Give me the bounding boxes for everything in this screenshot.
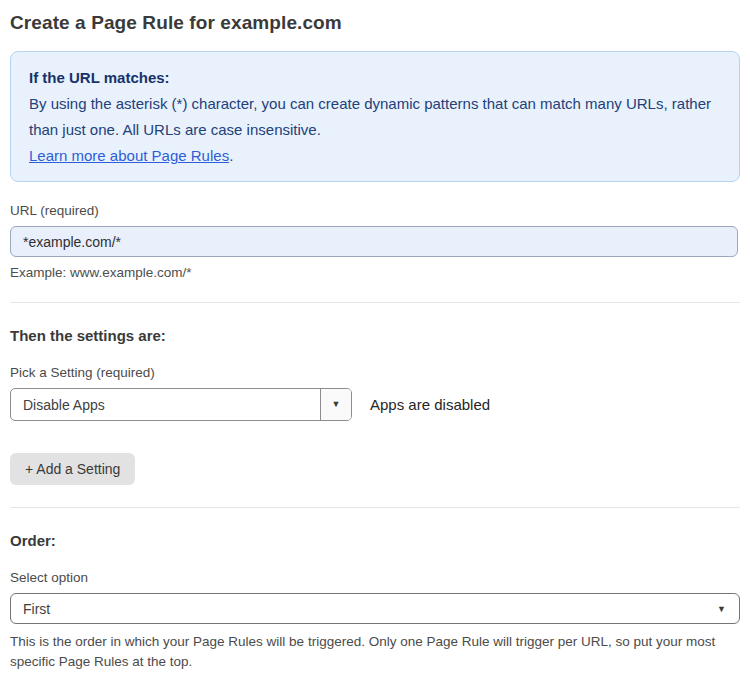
divider — [10, 302, 740, 303]
caret-down-icon: ▼ — [717, 604, 726, 613]
setting-row: Disable Apps ▼ Apps are disabled — [10, 388, 740, 421]
url-match-info-box: If the URL matches: By using the asteris… — [10, 51, 740, 182]
info-box-body: By using the asterisk (*) character, you… — [29, 91, 721, 169]
order-select-label: Select option — [10, 570, 740, 585]
link-suffix: . — [229, 147, 233, 164]
order-select-value: First — [23, 601, 50, 617]
setting-dropdown-caret-button[interactable]: ▼ — [320, 389, 351, 420]
url-input[interactable] — [10, 226, 738, 257]
order-select[interactable]: First ▼ — [10, 593, 740, 624]
page-title: Create a Page Rule for example.com — [10, 12, 740, 34]
url-field-label: URL (required) — [10, 203, 740, 218]
setting-status-text: Apps are disabled — [370, 396, 490, 413]
caret-down-icon: ▼ — [332, 400, 341, 409]
learn-more-link[interactable]: Learn more about Page Rules — [29, 147, 229, 164]
divider — [10, 507, 740, 508]
url-example-helper: Example: www.example.com/* — [10, 265, 740, 280]
add-setting-button[interactable]: + Add a Setting — [10, 453, 135, 485]
order-helper-text: This is the order in which your Page Rul… — [10, 632, 730, 672]
settings-section-heading: Then the settings are: — [10, 327, 740, 344]
order-section-heading: Order: — [10, 532, 740, 549]
setting-dropdown-value: Disable Apps — [11, 389, 320, 420]
info-box-heading: If the URL matches: — [29, 65, 721, 91]
pick-setting-label: Pick a Setting (required) — [10, 365, 740, 380]
setting-dropdown[interactable]: Disable Apps ▼ — [10, 388, 352, 421]
